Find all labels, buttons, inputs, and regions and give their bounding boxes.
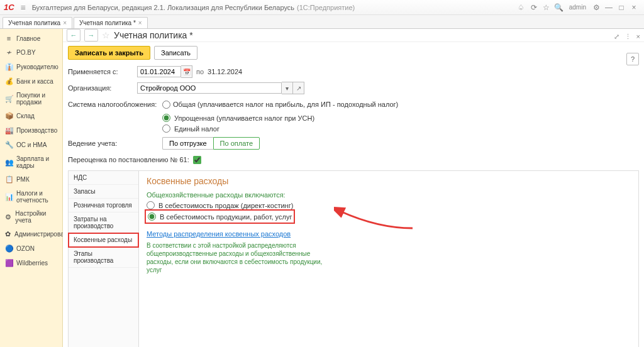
tab-close-icon[interactable]: × [138, 19, 142, 26]
nav-main[interactable]: ≡Главное [0, 31, 62, 45]
opt-direct-costing-label: В себестоимость продаж (директ-костинг) [158, 202, 293, 209]
chart-icon: 📊 [5, 193, 13, 201]
app-logo: 1C [4, 3, 14, 12]
close-icon[interactable]: × [628, 3, 640, 12]
tab-stocks[interactable]: Запасы [69, 185, 138, 199]
maximize-icon[interactable]: □ [615, 3, 628, 12]
wb-icon: 🟪 [5, 259, 13, 267]
flower-icon: ✿ [5, 230, 11, 238]
panel-tabs: НДС Запасы Розничная торговля Затраты на… [69, 171, 139, 347]
tax-single-label: Единый налог [174, 125, 219, 133]
calendar-icon[interactable]: 📅 [181, 65, 192, 78]
nav-warehouse[interactable]: 📦Склад [0, 109, 62, 123]
tab-prod-stages[interactable]: Этапы производства [69, 247, 138, 268]
minimize-icon[interactable]: — [602, 3, 615, 12]
nav-assets[interactable]: 🔧ОС и НМА [0, 138, 62, 152]
hamburger-icon[interactable]: ≡ [18, 3, 28, 13]
open-icon[interactable]: ↗ [293, 82, 304, 94]
po-label: по [196, 68, 204, 75]
history-icon[interactable]: ⟳ [528, 3, 540, 12]
star-icon[interactable]: ☆ [540, 3, 553, 12]
annotation-arrow [334, 206, 416, 233]
home-icon: ≡ [5, 35, 13, 42]
tab-close-icon[interactable]: × [63, 19, 67, 26]
tab-retail[interactable]: Розничная торговля [69, 199, 138, 212]
poby-icon: ≁ [5, 48, 13, 57]
nav-production[interactable]: 🏭Производство [0, 123, 62, 138]
reval-checkbox[interactable] [193, 156, 201, 164]
wrench-icon: 🔧 [5, 141, 13, 149]
tax-simplified-label: Упрощенная (уплачивается налог при УСН) [174, 114, 314, 122]
search-icon[interactable]: 🔍 [553, 3, 565, 12]
nav-admin[interactable]: ✿Администрирование [0, 227, 62, 241]
settings-icon[interactable]: ⚙ [590, 3, 602, 12]
app-product: (1С:Предприятие) [297, 4, 355, 11]
include-label: Общехозяйственные расходы включаются: [147, 191, 631, 199]
acc-ship-button[interactable]: По отгрузке [162, 137, 213, 150]
tax-single-radio[interactable] [162, 124, 170, 133]
people-icon: 👥 [5, 158, 13, 167]
nav-sidebar: ≡Главное ≁PO.BY 👔Руководителю 💰Банк и ка… [0, 29, 63, 347]
distribution-methods-link[interactable]: Методы распределения косвенных расходов [147, 230, 291, 238]
ozon-icon: 🔵 [5, 245, 13, 253]
notif-icon[interactable]: ♤ [515, 3, 528, 12]
tab-bar: Учетная политика× Учетная политика *× [0, 15, 644, 29]
factory-icon: 🏭 [5, 126, 13, 135]
gear-icon: ⚙ [5, 213, 11, 221]
app-title: Бухгалтерия для Беларуси, редакция 2.1. … [32, 4, 294, 11]
tax-general-radio[interactable] [162, 101, 170, 109]
nav-wildberries[interactable]: 🟪Wildberries [0, 256, 62, 270]
hint-text: В соответствии с этой настройкой распред… [147, 241, 335, 274]
reval-label: Переоценка по постановлению № 61: [68, 156, 189, 163]
nav-purchases[interactable]: 🛒Покупки и продажи [0, 89, 62, 109]
favorite-icon[interactable]: ☆ [102, 30, 110, 40]
save-close-button[interactable]: Записать и закрыть [68, 46, 150, 60]
nav-bank[interactable]: 💰Банк и касса [0, 74, 62, 89]
org-input[interactable] [137, 82, 282, 94]
close-panel-icon[interactable]: × [636, 33, 640, 41]
acc-pay-button[interactable]: По оплате [213, 137, 260, 150]
save-button[interactable]: Записать [154, 46, 197, 60]
more-icon[interactable]: ⋮ [625, 33, 631, 41]
opt-prod-cost-radio[interactable] [148, 212, 156, 221]
nav-manager[interactable]: 👔Руководителю [0, 60, 62, 74]
manager-icon: 👔 [5, 63, 13, 71]
panel-title: Косвенные расходы [147, 176, 631, 186]
bank-icon: 💰 [5, 77, 13, 85]
nav-ozon[interactable]: 🔵OZON [0, 241, 62, 256]
applied-from-label: Применяется с: [68, 68, 137, 75]
back-button[interactable]: ← [67, 29, 80, 41]
nav-taxes[interactable]: 📊Налоги и отчетность [0, 187, 62, 207]
tab-nds[interactable]: НДС [69, 171, 138, 185]
tab-indirect-costs[interactable]: Косвенные расходы [69, 233, 138, 247]
expand-icon[interactable]: ⤢ [614, 33, 619, 41]
nav-rmk[interactable]: 📋РМК [0, 172, 62, 187]
nav-settings[interactable]: ⚙Настройки учета [0, 207, 62, 227]
tab-prod-costs[interactable]: Затраты на производство [69, 212, 138, 233]
org-label: Организация: [68, 84, 137, 92]
accounting-label: Ведение учета: [68, 140, 162, 147]
opt-direct-costing-radio[interactable] [147, 201, 155, 209]
tax-simplified-radio[interactable] [162, 114, 170, 122]
forward-button[interactable]: → [84, 29, 98, 41]
cart-icon: 🛒 [5, 95, 13, 103]
box-icon: 📦 [5, 112, 13, 120]
dropdown-icon[interactable]: ▾ [282, 82, 293, 94]
page-title: Учетная политика * [114, 30, 193, 40]
applied-from-input[interactable] [137, 66, 181, 77]
tax-label: Система налогообложения: [68, 101, 162, 108]
tab-item[interactable]: Учетная политика× [3, 17, 72, 28]
tax-general-label: Общая (уплачивается налог на прибыль, дл… [173, 101, 398, 108]
user-label: admin [569, 4, 586, 11]
applied-to-value: 31.12.2024 [208, 68, 242, 75]
opt-prod-cost-label: В себестоимость продукции, работ, услуг [160, 213, 292, 221]
tab-item-active[interactable]: Учетная политика *× [74, 17, 148, 28]
help-button[interactable]: ? [626, 53, 639, 65]
nav-poby[interactable]: ≁PO.BY [0, 45, 62, 60]
nav-hr[interactable]: 👥Зарплата и кадры [0, 152, 62, 172]
clipboard-icon: 📋 [5, 175, 13, 184]
